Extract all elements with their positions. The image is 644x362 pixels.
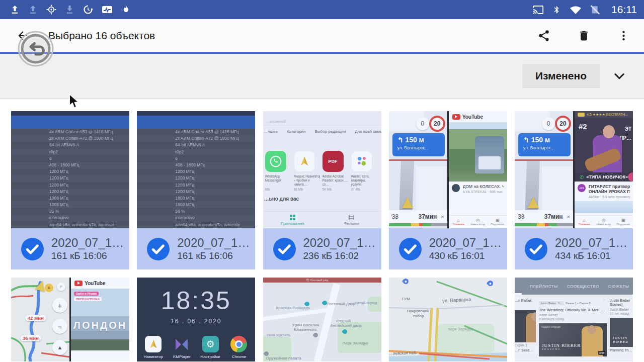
store-app-row: WhatsApp Messenger МБ Яндекс.Навигатор –… [263,134,381,191]
selected-check-icon[interactable] [525,238,547,260]
file-footer: 2020_07_1…430 кБ 16:01 [389,228,507,269]
file-name: 2020_07_1… [177,236,250,250]
store-tab: Для всей семь… [355,129,381,134]
thumbnail-maps-youtube-london: 6 Р 42 мин 36 мин + − ▲ YouTube Орёл и Р… [11,278,129,361]
monitor-graph-icon [102,5,113,15]
zoom-out-button: − [52,319,67,334]
selected-check-icon[interactable] [21,238,44,260]
app-size: 54 МБ [323,188,349,191]
cpu-spec-row: 2x ARM Cortex-A72 @ 1800 МГц [11,135,129,142]
turn-banner: ↰ 150 м ул. Богатырск… [518,133,571,156]
cpu-spec-row: 408 - 1800 МГц [11,162,129,168]
selection-count-title: Выбрано 16 объектов [48,30,535,42]
nav-position-arrow [528,197,539,208]
file-card-10[interactable]: ПЛЕЙЛИСТЫ СООБЩЕСТВО СЮЖЕТЫ КА… …n Biebe… [515,278,633,361]
file-card-2[interactable]: 4x ARM Cortex-A53 @ 1416 МГц2x ARM Corte… [137,111,255,269]
youtube-pane: YouTube ДОМ на КОЛЕСАХ. Часть 1ILYA STRE… [449,111,507,228]
file-meta: 161 кБ 16:06 [177,250,250,262]
navigator-pane: 0 20 ↰ 150 м ул. Богатырск… 38 37мин × [389,111,447,228]
subscriptions-icon: ▣ [495,218,500,223]
thumbnail-app-store: …иложений …чшееКатегорииВыбор редакцииДл… [263,111,381,228]
app-name: Яндекс.Навигатор – пробки и навига… [294,174,320,187]
upload-icon [10,5,20,15]
launcher-clock: 18:35 [161,288,231,314]
route-badge: 6 [45,284,53,292]
overflow-menu-button[interactable] [615,27,632,44]
cpu-spec-row: 4x ARM Cortex-A53 @ 1416 МГц [137,129,255,135]
file-card-6[interactable]: 6 Р 42 мин 36 мин + − ▲ YouTube Орёл и Р… [11,278,129,361]
launcher-date: 16 . 06 . 2020 [171,318,221,325]
file-card-5[interactable]: 0 20 ↰ 150 м ул. Богатырск… 38 37мин × [515,111,633,269]
grid-row-2: 6 Р 42 мин 36 мин + − ▲ YouTube Орёл и Р… [11,278,633,361]
floating-back-button[interactable] [17,30,55,68]
dock-app-kmplayer: KMPlayer [169,336,194,359]
cpu-spec-row: 35 % [11,208,129,215]
file-meta: 430 кБ 16:01 [429,250,502,262]
traffic-strip [389,223,447,226]
store-search-hint: …иложений [263,111,381,125]
whatsapp-icon [265,151,286,172]
kmplayer-icon [174,336,190,352]
cpu-spec-row: 1200 МГц [137,175,255,182]
file-name: 2020_07_1… [429,236,502,250]
file-meta: 434 кБ 16:01 [555,250,627,262]
yandex-nav-icon [145,336,162,352]
sort-direction-button chevron-down-icon[interactable] [611,68,628,84]
upload-dim-icon [28,5,38,15]
youtube-pane: YouTube Орёл и Решка ПЕРЕЗАГРУЗКА ЛОНДОН [71,278,129,361]
selected-check-icon[interactable] [399,238,422,260]
store-app-acrobat: PDF Adobe Acrobat Reader: краси…, со… 54… [323,151,349,191]
sort-bar: Изменено [0,54,644,99]
map-top-label: Ⓜ Охотный ряд [263,278,381,283]
cpu-spec-row: 408 - 1800 МГц [137,162,255,168]
file-card-7[interactable]: 18:35 16 . 06 . 2020 Навигатор KMPlayer … [137,278,255,361]
delete-button trash-icon[interactable] [576,27,592,44]
cast-icon [532,5,544,15]
sort-field-button[interactable]: Изменено [522,64,600,88]
cpu-spec-row: 1200 МГц [11,182,129,189]
cpu-spec-row: 1008 МГц [11,195,129,202]
sync-clock-icon [83,5,93,15]
nav-bottom-bar: 38 37мин × [389,210,447,223]
cpu-spec-row: 1800 МГц [137,195,255,202]
parking-badge: Р [57,283,65,291]
store-nav-apps: Приложения [263,212,323,228]
youtube-logo-icon [74,281,83,286]
file-card-1[interactable]: 4x ARM Cortex-A53 @ 1416 МГц2x ARM Corte… [11,111,129,269]
acrobat-icon: PDF [323,151,344,172]
selected-check-icon[interactable] [147,238,170,260]
store-bottom-nav: Приложения Фильмы [263,211,381,228]
film-icon [349,215,354,220]
channel-avatar [452,184,460,192]
cpu-spec-row: 64-bit ARMv8-A [11,142,129,148]
status-right-icons: 16:11 [532,4,637,16]
selected-check-icon[interactable] [273,238,296,260]
nav-position-arrow [402,197,413,208]
thumbnail-launcher: 18:35 16 . 06 . 2020 Навигатор KMPlayer … [137,278,255,361]
cpu-spec-row: 1200 МГц [137,168,255,175]
cpu-spec-row: 1800 МГц [137,202,255,208]
thumbnail-nav-youtube: 0 20 ↰ 150 м ул. Богатырск… 38 37мин × [389,111,507,228]
app-size: МБ [265,188,291,191]
cpu-spec-row: interactive [137,215,255,221]
share-button[interactable] [535,27,552,44]
store-tab: …чшее [264,129,278,134]
cpu-spec-row: 1200 МГц [137,182,255,189]
thumb-appbar [11,116,129,129]
thumb-statusbar [11,111,129,116]
file-card-4[interactable]: 0 20 ↰ 150 м ул. Богатырск… 38 37мин × [389,111,507,269]
file-card-9[interactable]: ГУМ Покровский собор ул. Варварка парк З… [389,278,507,361]
thumb-appbar [137,116,255,129]
maps-route-pane: 6 Р 42 мин 36 мин + − ▲ [11,278,69,361]
file-card-8[interactable]: Ⓜ Охотный ряд Красная Площадь Гостиный Д… [263,278,381,361]
status-clock: 16:11 [611,4,637,16]
file-card-3[interactable]: …иложений …чшееКатегорииВыбор редакцииДл… [263,111,381,269]
app-name: Авито: авто, квартиры, услуги, [351,174,377,187]
no-sim-icon [590,5,600,15]
cpu-spec-row: 2x ARM Cortex-A72 @ 1800 МГц [137,135,255,142]
compass-icon: ◎ [602,218,606,223]
status-bar: 16:11 [0,0,644,19]
store-section-title: …ьно для вас [263,191,381,202]
file-name: 2020_07_1… [555,236,627,250]
cpu-spec-row: r0p2 [11,149,129,155]
